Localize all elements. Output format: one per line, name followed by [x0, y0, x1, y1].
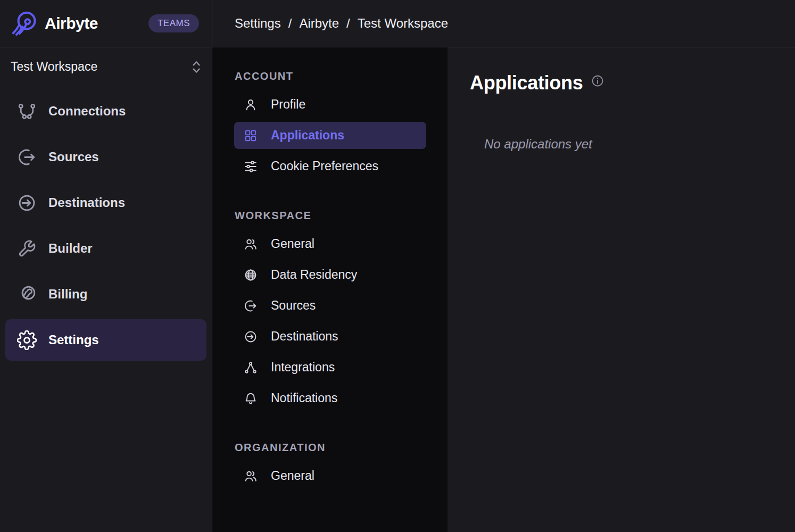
breadcrumb-segment-airbyte[interactable]: Airbyte — [299, 16, 339, 31]
sidebar-item-label: Settings — [48, 332, 99, 347]
settings-nav-item-label: Notifications — [271, 391, 337, 405]
sidebar: Airbyte TEAMS Test Workspace Connections… — [0, 0, 212, 532]
settings-nav-item-label: Integrations — [271, 360, 335, 375]
sliders-icon — [244, 160, 258, 173]
settings-section-title: WORKSPACE — [235, 210, 426, 221]
settings-nav-item-workspace-destinations[interactable]: Destinations — [234, 323, 426, 350]
bell-icon — [244, 392, 258, 405]
settings-nav-item-workspace-notifications[interactable]: Notifications — [234, 385, 426, 412]
topbar: Settings/Airbyte/Test Workspace — [212, 0, 795, 47]
destination-in-icon — [244, 330, 258, 344]
sidebar-nav: ConnectionsSourcesDestinationsBuilderBil… — [0, 80, 212, 361]
settings-section-account: ACCOUNTProfileApplicationsCookie Prefere… — [212, 70, 448, 180]
breadcrumb: Settings/Airbyte/Test Workspace — [235, 16, 448, 31]
breadcrumb-segment-settings[interactable]: Settings — [235, 16, 281, 31]
settings-section-items: General — [212, 462, 448, 489]
settings-nav-item-label: Data Residency — [271, 268, 357, 282]
people-icon — [244, 469, 258, 483]
workspace-selector[interactable]: Test Workspace — [0, 47, 212, 80]
logo-group[interactable]: Airbyte — [11, 10, 98, 37]
sidebar-item-label: Billing — [48, 287, 87, 302]
sidebar-item-sources[interactable]: Sources — [5, 136, 206, 178]
settings-nav-item-label: General — [271, 469, 314, 483]
teams-badge: TEAMS — [148, 14, 199, 32]
grid-icon — [244, 129, 258, 143]
sidebar-item-label: Sources — [48, 149, 99, 164]
workspace-name: Test Workspace — [11, 60, 97, 74]
airbyte-octopus-icon — [11, 10, 38, 37]
source-out-icon — [244, 299, 258, 313]
sidebar-item-label: Builder — [48, 241, 93, 256]
people-icon — [244, 237, 258, 251]
breadcrumb-segment-test-workspace[interactable]: Test Workspace — [358, 16, 448, 31]
info-icon[interactable] — [591, 74, 604, 87]
page-title-row: Applications — [470, 73, 774, 93]
settings-section-title: ACCOUNT — [235, 70, 426, 82]
settings-nav-item-organization-general[interactable]: General — [234, 462, 426, 489]
airbyte-app: Airbyte TEAMS Test Workspace Connections… — [0, 0, 795, 532]
sidebar-item-destinations[interactable]: Destinations — [5, 182, 206, 223]
settings-nav-item-workspace-data-residency[interactable]: Data Residency — [234, 261, 426, 288]
globe-icon — [244, 268, 258, 282]
content-row: ACCOUNTProfileApplicationsCookie Prefere… — [212, 47, 795, 532]
settings-nav-panel: ACCOUNTProfileApplicationsCookie Prefere… — [212, 47, 448, 532]
settings-nav-item-workspace-integrations[interactable]: Integrations — [234, 354, 426, 381]
sidebar-item-connections[interactable]: Connections — [5, 90, 206, 132]
settings-nav-item-label: Profile — [271, 97, 305, 112]
settings-nav-item-account-cookie-preferences[interactable]: Cookie Preferences — [234, 153, 426, 180]
sidebar-item-billing[interactable]: Billing — [5, 273, 206, 315]
settings-nav-item-label: Destinations — [271, 329, 338, 344]
sidebar-item-label: Connections — [48, 104, 126, 119]
main-content: Applications No applications yet — [448, 47, 795, 532]
settings-nav-item-label: General — [271, 237, 314, 251]
gear-icon — [17, 330, 37, 350]
settings-nav-item-workspace-general[interactable]: General — [234, 230, 426, 257]
source-out-icon — [17, 147, 37, 167]
settings-nav-item-workspace-sources[interactable]: Sources — [234, 292, 426, 319]
settings-section-organization: ORGANIZATIONGeneral — [212, 442, 448, 489]
person-icon — [244, 98, 258, 112]
connections-icon — [17, 102, 37, 121]
settings-section-title: ORGANIZATION — [235, 442, 426, 453]
chevron-up-down-icon — [191, 60, 202, 74]
coin-icon — [17, 285, 37, 304]
settings-nav-item-account-profile[interactable]: Profile — [234, 91, 426, 118]
page-title: Applications — [470, 73, 583, 93]
sidebar-item-label: Destinations — [48, 195, 125, 210]
settings-nav-item-label: Cookie Preferences — [271, 159, 378, 173]
sidebar-item-settings[interactable]: Settings — [5, 319, 206, 361]
settings-section-items: GeneralData ResidencySourcesDestinations… — [212, 230, 448, 412]
brand-name: Airbyte — [45, 14, 98, 32]
wrench-icon — [17, 239, 37, 259]
settings-nav-item-label: Applications — [271, 128, 344, 143]
logo-row: Airbyte TEAMS — [0, 0, 212, 47]
nodes-icon — [244, 361, 258, 375]
empty-state-message: No applications yet — [484, 137, 774, 152]
breadcrumb-separator: / — [346, 16, 350, 31]
sidebar-item-builder[interactable]: Builder — [5, 228, 206, 269]
right-column: Settings/Airbyte/Test Workspace ACCOUNTP… — [212, 0, 795, 532]
destination-in-icon — [17, 193, 37, 213]
breadcrumb-separator: / — [288, 16, 292, 31]
settings-nav-item-account-applications[interactable]: Applications — [234, 122, 426, 149]
settings-section-workspace: WORKSPACEGeneralData ResidencySourcesDes… — [212, 210, 448, 412]
settings-section-items: ProfileApplicationsCookie Preferences — [212, 91, 448, 180]
settings-nav-item-label: Sources — [271, 298, 316, 313]
